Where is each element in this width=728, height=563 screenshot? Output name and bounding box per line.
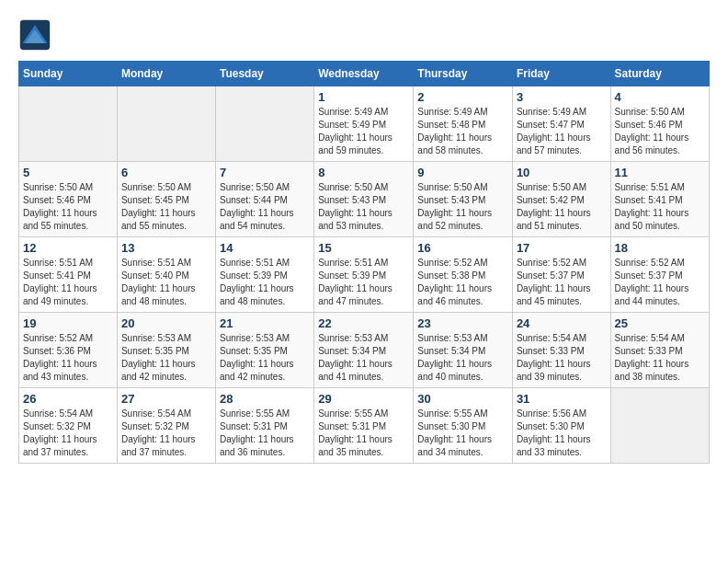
logo xyxy=(18,18,55,52)
day-number: 31 xyxy=(517,392,607,406)
calendar-week-row: 12Sunrise: 5:51 AMSunset: 5:41 PMDayligh… xyxy=(19,237,710,313)
calendar-week-row: 19Sunrise: 5:52 AMSunset: 5:36 PMDayligh… xyxy=(19,313,710,388)
day-number: 22 xyxy=(318,316,409,330)
calendar-cell: 6Sunrise: 5:50 AMSunset: 5:45 PMDaylight… xyxy=(117,162,215,237)
day-info: Sunrise: 5:51 AMSunset: 5:41 PMDaylight:… xyxy=(23,257,113,308)
day-number: 29 xyxy=(318,392,409,406)
day-info: Sunrise: 5:53 AMSunset: 5:35 PMDaylight:… xyxy=(220,332,310,384)
weekday-header: Friday xyxy=(512,62,610,86)
calendar-cell: 9Sunrise: 5:50 AMSunset: 5:43 PMDaylight… xyxy=(414,162,513,237)
calendar-header: SundayMondayTuesdayWednesdayThursdayFrid… xyxy=(19,62,710,86)
weekday-header: Wednesday xyxy=(314,62,414,86)
day-number: 10 xyxy=(517,166,607,179)
weekday-header: Monday xyxy=(117,62,215,86)
day-number: 28 xyxy=(220,392,310,406)
calendar-week-row: 5Sunrise: 5:50 AMSunset: 5:46 PMDaylight… xyxy=(19,162,710,237)
day-info: Sunrise: 5:54 AMSunset: 5:33 PMDaylight:… xyxy=(517,332,607,384)
day-number: 14 xyxy=(220,241,310,255)
day-info: Sunrise: 5:51 AMSunset: 5:39 PMDaylight:… xyxy=(318,257,409,308)
calendar-cell: 31Sunrise: 5:56 AMSunset: 5:30 PMDayligh… xyxy=(512,388,610,464)
calendar-cell: 16Sunrise: 5:52 AMSunset: 5:38 PMDayligh… xyxy=(414,237,513,313)
calendar-cell: 7Sunrise: 5:50 AMSunset: 5:44 PMDaylight… xyxy=(216,162,314,237)
day-number: 4 xyxy=(615,90,705,104)
calendar-cell: 8Sunrise: 5:50 AMSunset: 5:43 PMDaylight… xyxy=(314,162,414,237)
calendar-week-row: 26Sunrise: 5:54 AMSunset: 5:32 PMDayligh… xyxy=(19,388,710,464)
day-info: Sunrise: 5:54 AMSunset: 5:32 PMDaylight:… xyxy=(23,408,113,459)
calendar-cell: 23Sunrise: 5:53 AMSunset: 5:34 PMDayligh… xyxy=(414,313,513,388)
day-number: 24 xyxy=(517,316,607,330)
calendar-cell xyxy=(610,388,709,464)
day-number: 5 xyxy=(23,166,113,179)
calendar-cell: 14Sunrise: 5:51 AMSunset: 5:39 PMDayligh… xyxy=(216,237,314,313)
day-info: Sunrise: 5:55 AMSunset: 5:31 PMDaylight:… xyxy=(318,408,409,459)
calendar-week-row: 1Sunrise: 5:49 AMSunset: 5:49 PMDaylight… xyxy=(19,86,710,162)
weekday-header: Saturday xyxy=(610,62,709,86)
day-info: Sunrise: 5:51 AMSunset: 5:41 PMDaylight:… xyxy=(615,181,705,233)
logo-icon xyxy=(18,18,51,52)
calendar-cell xyxy=(19,86,118,162)
day-info: Sunrise: 5:53 AMSunset: 5:34 PMDaylight:… xyxy=(318,332,409,384)
day-number: 23 xyxy=(417,316,508,330)
calendar-cell: 30Sunrise: 5:55 AMSunset: 5:30 PMDayligh… xyxy=(414,388,513,464)
day-info: Sunrise: 5:54 AMSunset: 5:32 PMDaylight:… xyxy=(121,408,211,459)
day-info: Sunrise: 5:50 AMSunset: 5:43 PMDaylight:… xyxy=(417,181,508,233)
day-info: Sunrise: 5:55 AMSunset: 5:30 PMDaylight:… xyxy=(417,408,508,459)
day-info: Sunrise: 5:50 AMSunset: 5:46 PMDaylight:… xyxy=(615,106,705,157)
day-number: 26 xyxy=(23,392,113,406)
calendar-cell: 21Sunrise: 5:53 AMSunset: 5:35 PMDayligh… xyxy=(216,313,314,388)
calendar-cell: 10Sunrise: 5:50 AMSunset: 5:42 PMDayligh… xyxy=(512,162,610,237)
day-info: Sunrise: 5:52 AMSunset: 5:38 PMDaylight:… xyxy=(417,257,508,308)
calendar-cell: 26Sunrise: 5:54 AMSunset: 5:32 PMDayligh… xyxy=(19,388,118,464)
calendar-cell: 20Sunrise: 5:53 AMSunset: 5:35 PMDayligh… xyxy=(117,313,215,388)
day-info: Sunrise: 5:52 AMSunset: 5:36 PMDaylight:… xyxy=(23,332,113,384)
calendar-cell: 24Sunrise: 5:54 AMSunset: 5:33 PMDayligh… xyxy=(512,313,610,388)
day-number: 3 xyxy=(517,90,607,104)
calendar-cell: 4Sunrise: 5:50 AMSunset: 5:46 PMDaylight… xyxy=(610,86,709,162)
day-number: 19 xyxy=(23,316,113,330)
day-info: Sunrise: 5:52 AMSunset: 5:37 PMDaylight:… xyxy=(615,257,705,308)
weekday-row: SundayMondayTuesdayWednesdayThursdayFrid… xyxy=(19,62,710,86)
day-number: 8 xyxy=(318,166,409,179)
day-info: Sunrise: 5:52 AMSunset: 5:37 PMDaylight:… xyxy=(517,257,607,308)
day-number: 1 xyxy=(318,90,409,104)
calendar-cell: 22Sunrise: 5:53 AMSunset: 5:34 PMDayligh… xyxy=(314,313,414,388)
calendar-cell: 28Sunrise: 5:55 AMSunset: 5:31 PMDayligh… xyxy=(216,388,314,464)
calendar-cell: 3Sunrise: 5:49 AMSunset: 5:47 PMDaylight… xyxy=(512,86,610,162)
calendar-cell: 1Sunrise: 5:49 AMSunset: 5:49 PMDaylight… xyxy=(314,86,414,162)
weekday-header: Thursday xyxy=(414,62,513,86)
day-info: Sunrise: 5:55 AMSunset: 5:31 PMDaylight:… xyxy=(220,408,310,459)
day-number: 20 xyxy=(121,316,211,330)
calendar-body: 1Sunrise: 5:49 AMSunset: 5:49 PMDaylight… xyxy=(19,86,710,464)
day-number: 12 xyxy=(23,241,113,255)
day-info: Sunrise: 5:56 AMSunset: 5:30 PMDaylight:… xyxy=(517,408,607,459)
calendar-cell: 19Sunrise: 5:52 AMSunset: 5:36 PMDayligh… xyxy=(19,313,118,388)
day-number: 7 xyxy=(220,166,310,179)
calendar-cell: 18Sunrise: 5:52 AMSunset: 5:37 PMDayligh… xyxy=(610,237,709,313)
calendar-cell xyxy=(216,86,314,162)
day-number: 25 xyxy=(615,316,705,330)
day-info: Sunrise: 5:50 AMSunset: 5:46 PMDaylight:… xyxy=(23,181,113,233)
day-number: 17 xyxy=(517,241,607,255)
calendar-cell xyxy=(117,86,215,162)
day-info: Sunrise: 5:53 AMSunset: 5:34 PMDaylight:… xyxy=(417,332,508,384)
day-number: 18 xyxy=(615,241,705,255)
day-number: 9 xyxy=(417,166,508,179)
day-number: 6 xyxy=(121,166,211,179)
day-info: Sunrise: 5:49 AMSunset: 5:48 PMDaylight:… xyxy=(417,106,508,157)
calendar-cell: 11Sunrise: 5:51 AMSunset: 5:41 PMDayligh… xyxy=(610,162,709,237)
day-info: Sunrise: 5:54 AMSunset: 5:33 PMDaylight:… xyxy=(615,332,705,384)
day-number: 13 xyxy=(121,241,211,255)
day-number: 21 xyxy=(220,316,310,330)
calendar-cell: 25Sunrise: 5:54 AMSunset: 5:33 PMDayligh… xyxy=(610,313,709,388)
calendar-cell: 27Sunrise: 5:54 AMSunset: 5:32 PMDayligh… xyxy=(117,388,215,464)
day-number: 15 xyxy=(318,241,409,255)
day-number: 27 xyxy=(121,392,211,406)
calendar-cell: 13Sunrise: 5:51 AMSunset: 5:40 PMDayligh… xyxy=(117,237,215,313)
day-info: Sunrise: 5:53 AMSunset: 5:35 PMDaylight:… xyxy=(121,332,211,384)
calendar-cell: 17Sunrise: 5:52 AMSunset: 5:37 PMDayligh… xyxy=(512,237,610,313)
day-number: 11 xyxy=(615,166,705,179)
calendar-cell: 2Sunrise: 5:49 AMSunset: 5:48 PMDaylight… xyxy=(414,86,513,162)
day-number: 2 xyxy=(417,90,508,104)
day-number: 30 xyxy=(417,392,508,406)
day-info: Sunrise: 5:50 AMSunset: 5:42 PMDaylight:… xyxy=(517,181,607,233)
